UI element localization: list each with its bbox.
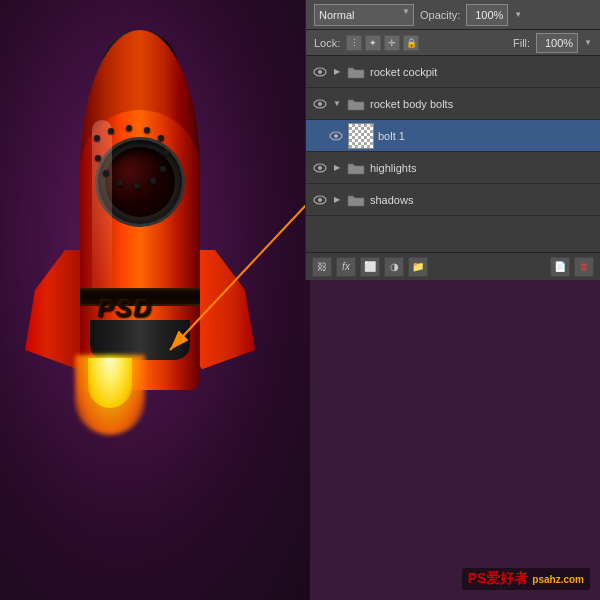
fx-btn[interactable]: fx	[336, 257, 356, 277]
layer-thumbnail	[348, 123, 374, 149]
flame-inner	[88, 358, 132, 408]
bolt-dot	[95, 155, 101, 161]
watermark: PS爱好者 psahz.com	[462, 568, 590, 590]
watermark-text: PS爱好者	[468, 570, 529, 586]
bolt-dot	[94, 135, 100, 141]
visibility-icon[interactable]	[312, 192, 328, 208]
bolt-dot	[163, 150, 169, 156]
expand-arrow[interactable]: ▶	[332, 64, 342, 80]
layers-list: ▶ rocket cockpit ▼ rocket body bolts	[306, 56, 600, 246]
svg-point-7	[334, 134, 338, 138]
bolt-dot	[150, 178, 156, 184]
layer-row-rocket-body-bolts[interactable]: ▼ rocket body bolts	[306, 88, 600, 120]
bolt-dot	[126, 125, 132, 131]
lock-label: Lock:	[314, 37, 340, 49]
layers-panel: Normal Opacity: ▼ Lock: ⋮ ✦ ✛ 🔒 Fill: ▼	[305, 0, 600, 280]
visibility-icon[interactable]	[312, 64, 328, 80]
fill-label: Fill:	[513, 37, 530, 49]
adjustment-btn[interactable]: ◑	[384, 257, 404, 277]
opacity-input[interactable]	[466, 4, 508, 26]
bolt-dot	[158, 135, 164, 141]
lock-position-btn[interactable]: ✦	[365, 35, 381, 51]
layer-row-bolt-1[interactable]: bolt 1	[306, 120, 600, 152]
panel-header: Normal Opacity: ▼	[306, 0, 600, 30]
link-layers-btn[interactable]: ⛓	[312, 257, 332, 277]
bolt-dot	[117, 180, 123, 186]
rocket-engine	[90, 320, 190, 360]
opacity-dropdown-arrow[interactable]: ▼	[514, 10, 522, 19]
layer-row-rocket-cockpit[interactable]: ▶ rocket cockpit	[306, 56, 600, 88]
watermark-subtext: psahz.com	[532, 574, 584, 585]
rocket-window	[105, 147, 175, 217]
fill-dropdown-arrow[interactable]: ▼	[584, 38, 592, 47]
layer-name: highlights	[370, 162, 594, 174]
folder-icon	[346, 192, 366, 208]
visibility-icon[interactable]	[312, 96, 328, 112]
visibility-icon[interactable]	[312, 160, 328, 176]
lock-move-btn[interactable]: ✛	[384, 35, 400, 51]
layer-name: rocket cockpit	[370, 66, 594, 78]
expand-arrow[interactable]: ▶	[332, 160, 342, 176]
svg-point-3	[318, 70, 322, 74]
panel-row2: Lock: ⋮ ✦ ✛ 🔒 Fill: ▼	[306, 30, 600, 56]
bolt-dot	[108, 128, 114, 134]
lock-icons: ⋮ ✦ ✛ 🔒	[346, 35, 419, 51]
expand-arrow[interactable]: ▶	[332, 192, 342, 208]
new-layer-btn[interactable]: 📄	[550, 257, 570, 277]
panel-toolbar: ⛓ fx ⬜ ◑ 📁 📄 🗑	[306, 252, 600, 280]
bolt-dot	[160, 166, 166, 172]
lock-all-btn[interactable]: 🔒	[403, 35, 419, 51]
layer-row-shadows[interactable]: ▶ shadows	[306, 184, 600, 216]
svg-point-9	[318, 166, 322, 170]
rocket: PSD	[50, 30, 230, 530]
svg-point-5	[318, 102, 322, 106]
lock-pixels-btn[interactable]: ⋮	[346, 35, 362, 51]
mask-btn[interactable]: ⬜	[360, 257, 380, 277]
fin-left	[25, 250, 80, 370]
delete-layer-btn[interactable]: 🗑	[574, 257, 594, 277]
blend-mode-select[interactable]: Normal	[314, 4, 414, 26]
layer-row-highlights[interactable]: ▶ highlights	[306, 152, 600, 184]
visibility-icon[interactable]	[328, 128, 344, 144]
expand-arrow-open[interactable]: ▼	[332, 96, 342, 112]
svg-point-11	[318, 198, 322, 202]
bolt-dot	[134, 183, 140, 189]
folder-icon	[346, 64, 366, 80]
layer-name: bolt 1	[378, 130, 594, 142]
layer-name: rocket body bolts	[370, 98, 594, 110]
layer-name: shadows	[370, 194, 594, 206]
canvas-area: PSD	[0, 0, 310, 600]
bolt-dot	[103, 170, 109, 176]
bolt-dot	[144, 127, 150, 133]
new-group-btn[interactable]: 📁	[408, 257, 428, 277]
folder-icon	[346, 96, 366, 112]
fill-input[interactable]	[536, 33, 578, 53]
fin-right	[200, 250, 255, 370]
blend-mode-wrapper[interactable]: Normal	[314, 4, 414, 26]
opacity-label: Opacity:	[420, 9, 460, 21]
folder-icon	[346, 160, 366, 176]
psd-text: PSD	[98, 295, 153, 323]
